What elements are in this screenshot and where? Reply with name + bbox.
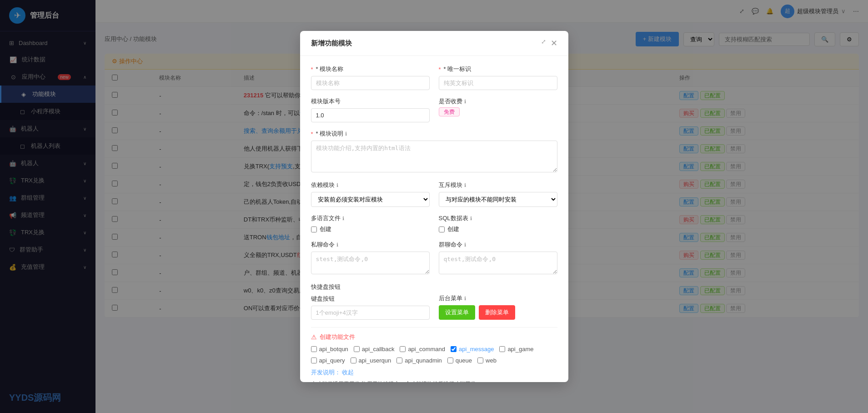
mutual-module-select[interactable]: 与对应的模块不能同时安装: [439, 192, 557, 207]
module-name-label: * * 模块名称: [311, 65, 430, 73]
version-label: 模块版本号: [311, 97, 430, 106]
form-group-sql: SQL数据表 ℹ 创建: [439, 214, 557, 233]
paid-help-icon[interactable]: ℹ: [464, 99, 466, 105]
free-tag: 免费: [439, 107, 460, 116]
set-menu-button[interactable]: 设置菜单: [439, 305, 475, 320]
cb-api_query[interactable]: [311, 358, 317, 363]
unique-id-label: * * 唯一标识: [439, 65, 557, 73]
file-option-api_command[interactable]: api_command: [400, 346, 445, 353]
dep-help-icon[interactable]: ℹ: [336, 182, 338, 188]
group-cmd-textarea[interactable]: [439, 252, 557, 274]
section-divider: [311, 327, 557, 327]
multilang-checkbox-group: 创建: [311, 225, 430, 233]
form-row-7: 快捷盘按钮 键盘按钮 后台菜单 ℹ 设置菜单 删除菜单: [311, 283, 557, 320]
form-group-desc: * * 模块说明 ℹ: [311, 130, 557, 174]
file-option-api_message[interactable]: api_message: [451, 346, 494, 353]
group-cmd-help[interactable]: ℹ: [464, 242, 466, 248]
dialog-expand-icon[interactable]: ⤢: [541, 38, 546, 48]
dialog-body: * * 模块名称 * * 唯一标识 模块版本号: [300, 56, 568, 382]
module-desc-label: * * 模块说明 ℹ: [311, 130, 557, 138]
file-option-api_qunadmin[interactable]: api_qunadmin: [396, 357, 442, 364]
unique-id-input[interactable]: [439, 76, 557, 90]
cb-api_userqun[interactable]: [351, 358, 356, 363]
file-option-api_game[interactable]: api_game: [499, 346, 533, 353]
dialog-header-icons: ⤢ ✕: [541, 38, 557, 48]
file-option-web[interactable]: web: [477, 357, 497, 364]
cb-api_command[interactable]: [400, 346, 406, 352]
sql-table-label: SQL数据表 ℹ: [439, 214, 557, 222]
keyboard-section-label: 快捷盘按钮: [311, 283, 430, 291]
dep-module-label: 依赖模块 ℹ: [311, 181, 430, 189]
version-input[interactable]: [311, 108, 430, 122]
group-cmd-label: 群聊命令 ℹ: [439, 241, 557, 249]
multilang-help-icon[interactable]: ℹ: [342, 216, 344, 222]
multilang-label: 多语言文件 ℹ: [311, 214, 430, 222]
cb-api_message[interactable]: [451, 346, 457, 352]
dev-notes-header: 开发说明： 收起: [311, 368, 557, 377]
create-files-title: 创建功能文件: [320, 333, 355, 341]
dev-notes-toggle[interactable]: 收起: [342, 369, 354, 376]
form-row-5: 多语言文件 ℹ 创建 SQL数据表 ℹ 创建: [311, 214, 557, 233]
form-group-version: 模块版本号: [311, 97, 430, 122]
form-row-4: 依赖模块 ℹ 安装前必须安装对应模块 互斥模块 ℹ 与对应的模块不能同时安装: [311, 181, 557, 207]
sql-checkbox[interactable]: [439, 227, 445, 232]
form-group-dep: 依赖模块 ℹ 安装前必须安装对应模块: [311, 181, 430, 207]
file-option-api_userqun[interactable]: api_userqun: [351, 357, 391, 364]
desc-help-icon[interactable]: ℹ: [345, 131, 347, 137]
file-options-row-2: api_query api_userqun api_qunadmin queue…: [311, 357, 557, 364]
dialog-close-button[interactable]: ✕: [551, 38, 557, 48]
module-name-input[interactable]: [311, 76, 430, 90]
keyboard-btn-input[interactable]: [311, 306, 430, 320]
dialog-overlay: 新增功能模块 ⤢ ✕ * * 模块名称 * * 唯一标: [0, 0, 868, 413]
dialog-header: 新增功能模块 ⤢ ✕: [300, 31, 568, 56]
cb-api_botqun[interactable]: [311, 346, 317, 352]
sql-help-icon[interactable]: ℹ: [470, 216, 472, 222]
backend-menu-help[interactable]: ℹ: [464, 296, 466, 302]
create-files-header: ⚠ 创建功能文件: [311, 333, 557, 341]
form-group-paid: 是否收费 ℹ 免费: [439, 97, 557, 122]
form-group-keyboard: 快捷盘按钮 键盘按钮: [311, 283, 430, 320]
form-group-group-cmd: 群聊命令 ℹ: [439, 241, 557, 276]
dev-notes-content: 本功能仅适用于开发者,用于快速建立一个功能模块然后进行功能开发 新建后可以在： …: [311, 379, 557, 382]
new-module-dialog: 新增功能模块 ⤢ ✕ * * 模块名称 * * 唯一标: [300, 31, 568, 382]
form-group-mutual: 互斥模块 ℹ 与对应的模块不能同时安装: [439, 181, 557, 207]
multilang-checkbox[interactable]: [311, 227, 317, 232]
form-row-2: 模块版本号 是否收费 ℹ 免费: [311, 97, 557, 122]
file-option-api_callback[interactable]: api_callback: [354, 346, 395, 353]
private-cmd-label: 私聊命令 ℹ: [311, 241, 430, 249]
private-cmd-help[interactable]: ℹ: [336, 242, 338, 248]
cb-queue[interactable]: [447, 358, 453, 363]
file-option-api_botqun[interactable]: api_botqun: [311, 346, 348, 353]
mutual-module-label: 互斥模块 ℹ: [439, 181, 557, 189]
form-row-3: * * 模块说明 ℹ: [311, 130, 557, 174]
keyboard-btn-label: 键盘按钮: [311, 295, 430, 303]
cb-web[interactable]: [477, 358, 483, 363]
form-group-multilang: 多语言文件 ℹ 创建: [311, 214, 430, 233]
sql-checkbox-group: 创建: [439, 225, 557, 233]
cb-api_game[interactable]: [499, 346, 505, 352]
sql-create-label: 创建: [447, 225, 459, 233]
del-menu-button[interactable]: 删除菜单: [479, 305, 515, 320]
menu-buttons: 设置菜单 删除菜单: [439, 305, 557, 320]
form-group-name: * * 模块名称: [311, 65, 430, 90]
private-cmd-textarea[interactable]: [311, 252, 430, 274]
file-option-api_query[interactable]: api_query: [311, 357, 345, 364]
mutual-help-icon[interactable]: ℹ: [464, 182, 466, 188]
warn-icon: ⚠: [311, 333, 317, 341]
cb-api_callback[interactable]: [354, 346, 360, 352]
backend-menu-label: 后台菜单 ℹ: [439, 294, 557, 302]
form-group-uid: * * 唯一标识: [439, 65, 557, 90]
module-desc-textarea[interactable]: [311, 141, 557, 172]
dev-notes-line1: 本功能仅适用于开发者,用于快速建立一个功能模块然后进行功能开发: [311, 379, 557, 382]
form-row-6: 私聊命令 ℹ 群聊命令 ℹ: [311, 241, 557, 276]
form-row-1: * * 模块名称 * * 唯一标识: [311, 65, 557, 90]
file-option-queue[interactable]: queue: [447, 357, 472, 364]
cb-api_qunadmin[interactable]: [396, 358, 402, 363]
is-paid-label: 是否收费 ℹ: [439, 97, 557, 106]
dialog-title: 新增功能模块: [311, 39, 352, 48]
dev-notes: 开发说明： 收起 本功能仅适用于开发者,用于快速建立一个功能模块然后进行功能开发…: [311, 368, 557, 382]
form-group-private-cmd: 私聊命令 ℹ: [311, 241, 430, 276]
file-options-row: api_botqun api_callback api_command api_…: [311, 346, 557, 353]
form-group-backend-menu: 后台菜单 ℹ 设置菜单 删除菜单: [439, 294, 557, 320]
dep-module-select[interactable]: 安装前必须安装对应模块: [311, 192, 430, 207]
